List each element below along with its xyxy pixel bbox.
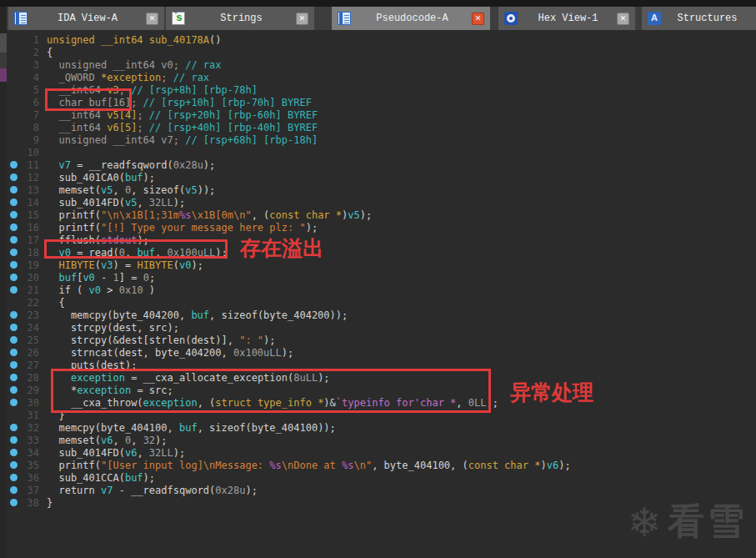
code-text: sub_4014FD(v6, 32LL);: [47, 447, 185, 459]
code-text: strcpy(&dest[strlen(dest)], ": ");: [47, 334, 276, 346]
line-number: 27: [18, 359, 39, 371]
tab-label: Pseudocode-A: [353, 13, 472, 24]
address-dot-empty: [10, 73, 18, 81]
line-number: 23: [18, 309, 39, 321]
code-text: memcpy(byte_404100, buf, sizeof(byte_404…: [47, 422, 336, 434]
address-dot-empty: [10, 36, 18, 43]
hex-view-icon: [504, 12, 518, 25]
line-number: 36: [18, 472, 39, 484]
code-text: unsigned __int64 v0; // rax: [47, 59, 222, 71]
line-number: 31: [18, 410, 39, 421]
line-number: 3: [18, 59, 39, 71]
code-line: 23 memcpy(byte_404200, buf, sizeof(byte_…: [7, 309, 756, 321]
line-number: 28: [18, 372, 39, 384]
code-text: sub_401CA0(buf);: [47, 172, 155, 183]
code-text: return v7 - __readfsqword(0x28u);: [47, 485, 258, 496]
address-dot-icon: [10, 424, 18, 431]
line-number: 35: [18, 460, 39, 471]
tab-label: IDA View-A: [29, 13, 146, 24]
address-dot-icon: [10, 224, 18, 231]
navband-purple-marker: [0, 68, 7, 82]
code-text: {: [47, 297, 65, 309]
code-text: memset(v5, 0, sizeof(v5));: [47, 184, 215, 196]
window-top-strip: [0, 0, 756, 7]
address-dot-empty: [10, 299, 18, 306]
address-dot-icon: [10, 349, 18, 356]
address-dot-icon: [10, 374, 18, 381]
code-text: printf("[User input log]\nMessage: %s\nD…: [47, 460, 571, 471]
code-text: }: [47, 497, 53, 509]
address-dot-icon: [10, 161, 18, 168]
tab-close-icon[interactable]: ✕: [472, 13, 484, 25]
line-number: 19: [18, 259, 39, 271]
address-dot-icon: [10, 249, 18, 256]
code-line: 21 if ( v0 > 0x10 ): [7, 284, 756, 296]
line-number: 2: [18, 47, 39, 58]
code-text: printf("\n\x1B[1;31m%s\x1B[0m\n", (const…: [47, 209, 372, 221]
line-number: 33: [18, 435, 39, 446]
address-dot-empty: [10, 86, 18, 93]
address-dot-icon: [10, 486, 18, 494]
line-number: 30: [18, 397, 39, 409]
tab-structures[interactable]: Structures: [642, 7, 756, 30]
view-tab-bar: IDA View-A✕Strings✕Pseudocode-A✕Hex View…: [7, 7, 756, 30]
line-number: 34: [18, 447, 39, 459]
code-text: buf[v0 - 1] = 0;: [47, 272, 155, 284]
tab-label: Strings: [187, 13, 296, 24]
tab-hex-view-1[interactable]: Hex View-1✕: [498, 7, 635, 30]
address-dot-icon: [10, 186, 18, 194]
code-text: _QWORD *exception; // rax: [47, 72, 209, 83]
tab-label: Structures: [663, 13, 752, 24]
address-dot-icon: [10, 274, 18, 281]
line-number: 26: [18, 347, 39, 359]
code-text: memcpy(byte_404200, buf, sizeof(byte_404…: [47, 309, 348, 321]
line-number: 38: [18, 497, 39, 509]
line-number: 12: [18, 172, 39, 183]
annotation-box-exception: [51, 369, 491, 413]
code-text: {: [47, 47, 53, 58]
tab-strings[interactable]: Strings✕: [166, 7, 314, 30]
code-line: 26 strncat(dest, byte_404200, 0x100uLL);: [7, 346, 756, 359]
structures-icon: [648, 12, 661, 25]
kanxue-watermark: 看雪: [628, 497, 748, 546]
code-line: 33 memset(v6, 0, 32);: [7, 434, 756, 446]
address-dot-icon: [10, 386, 18, 394]
code-line: 3 unsigned __int64 v0; // rax: [7, 58, 756, 71]
strings-icon: [172, 12, 185, 25]
code-line: 20 buf[v0 - 1] = 0;: [7, 271, 756, 284]
code-line: 15 printf("\n\x1B[1;31m%s\x1B[0m\n", (co…: [7, 209, 756, 221]
line-number: 7: [18, 109, 39, 121]
address-dot-icon: [10, 236, 18, 244]
address-dot-icon: [10, 361, 18, 369]
code-line: 11 v7 = __readfsqword(0x28u);: [7, 158, 756, 171]
code-line: 16 printf("[!] Type your message here pl…: [7, 221, 756, 234]
address-dot-empty: [10, 61, 18, 68]
code-line: 4 _QWORD *exception; // rax: [7, 71, 756, 83]
line-number: 24: [18, 322, 39, 334]
annotation-box-buf-decl: [45, 88, 132, 111]
code-line: 34 sub_4014FD(v6, 32LL);: [7, 446, 756, 459]
line-number: 9: [18, 134, 39, 146]
address-dot-icon: [10, 199, 18, 206]
tab-pseudocode-a[interactable]: Pseudocode-A✕: [332, 7, 490, 30]
address-dot-empty: [10, 98, 18, 106]
address-dot-icon: [10, 461, 18, 469]
line-number: 15: [18, 209, 39, 221]
address-dot-empty: [10, 148, 18, 156]
tab-close-icon[interactable]: ✕: [146, 13, 158, 25]
code-line: 19 HIBYTE(v3) = HIBYTE(v0);: [7, 259, 756, 271]
code-text: if ( v0 > 0x10 ): [47, 284, 155, 296]
line-number: 37: [18, 485, 39, 496]
line-number: 1: [18, 34, 39, 46]
annotation-box-read-overflow: [44, 239, 228, 259]
code-line: 12 sub_401CA0(buf);: [7, 171, 756, 183]
tab-close-icon[interactable]: ✕: [617, 13, 629, 25]
address-dot-icon: [10, 336, 18, 344]
line-number: 18: [18, 247, 39, 259]
tab-ida-view-a[interactable]: IDA View-A✕: [8, 7, 164, 30]
tab-close-icon[interactable]: ✕: [296, 13, 308, 25]
address-dot-icon: [10, 286, 18, 294]
address-dot-icon: [10, 499, 18, 506]
line-number: 8: [18, 122, 39, 133]
code-line: 10: [7, 146, 756, 158]
